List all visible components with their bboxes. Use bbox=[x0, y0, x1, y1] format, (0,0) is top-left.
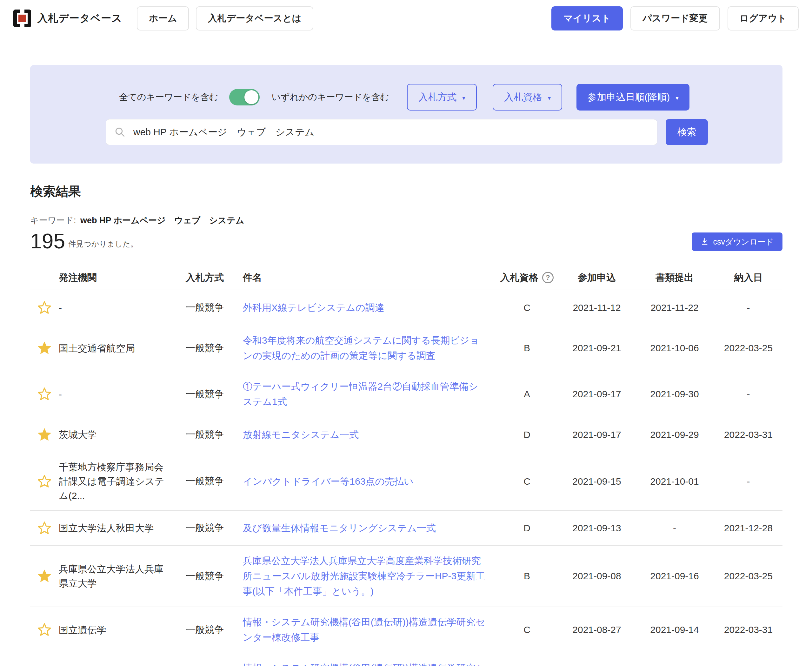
bid-title-cell: 情報・システム研究機構(谷田(遺伝研))構造遺伝学研究センター棟改修電気設備工事 bbox=[243, 661, 497, 666]
favorite-star-icon[interactable] bbox=[37, 387, 52, 401]
search-icon bbox=[114, 126, 126, 138]
favorite-cell bbox=[30, 474, 59, 489]
password-change-button[interactable]: パスワード変更 bbox=[630, 7, 720, 30]
delivery-date: 2022-03-31 bbox=[713, 429, 784, 440]
docs-date: 2021-09-29 bbox=[636, 429, 713, 440]
table-row: 国立遺伝学 一般競争 情報・システム研究機構(谷田(遺伝研))構造遺伝学研究セン… bbox=[30, 607, 782, 653]
ordering-org: - bbox=[59, 300, 186, 315]
ordering-org: 国立大学法人秋田大学 bbox=[59, 521, 186, 535]
bid-grade: C bbox=[497, 625, 557, 635]
logout-button[interactable]: ログアウト bbox=[728, 7, 799, 30]
chevron-down-icon: ▾ bbox=[548, 95, 551, 101]
docs-date: 2021-10-06 bbox=[636, 343, 713, 353]
brand: 入札データベース bbox=[13, 10, 122, 27]
bid-qualification-dropdown-label: 入札資格 bbox=[504, 91, 542, 104]
table-body: - 一般競争 外科用X線テレビシステムの調達 C 2021-11-12 2021… bbox=[30, 290, 782, 666]
delivery-date: - bbox=[713, 389, 784, 399]
results-title: 検索結果 bbox=[30, 183, 782, 200]
bid-title-link[interactable]: 令和3年度将来の航空交通システムに関する長期ビジョンの実現のための計画の策定等に… bbox=[243, 335, 479, 361]
header-actions: マイリスト パスワード変更 ログアウト bbox=[551, 7, 799, 30]
delivery-date: 2022-03-25 bbox=[713, 343, 784, 353]
search-input[interactable] bbox=[133, 126, 649, 138]
bid-title-cell: 令和3年度将来の航空交通システムに関する長期ビジョンの実現のための計画の策定等に… bbox=[243, 333, 497, 363]
docs-date: 2021-11-22 bbox=[636, 302, 713, 313]
col-header-delivery: 納入日 bbox=[713, 271, 784, 284]
docs-date: 2021-10-01 bbox=[636, 476, 713, 487]
nav-about-button[interactable]: 入札データベースとは bbox=[196, 7, 313, 30]
apply-date: 2021-09-21 bbox=[557, 343, 636, 353]
results-section: 検索結果 キーワード: web HP ホームページ ウェブ システム 195 件… bbox=[30, 183, 782, 666]
nav-home-button[interactable]: ホーム bbox=[137, 7, 189, 30]
docs-date: 2021-09-16 bbox=[636, 571, 713, 582]
bid-title-link[interactable]: 兵庫県公立大学法人兵庫県立大学高度産業科学技術研究所ニュースバル放射光施設実験棟… bbox=[243, 556, 485, 597]
bid-method: 一般競争 bbox=[186, 388, 243, 401]
keyword-mode-toggle[interactable] bbox=[229, 89, 260, 106]
csv-download-button[interactable]: csvダウンロード bbox=[692, 232, 782, 251]
table-row: 国立大学法人秋田大学 一般競争 及び数量生体情報モニタリングシステム一式 D 2… bbox=[30, 511, 782, 546]
col-header-method: 入札方式 bbox=[186, 271, 243, 284]
bid-grade: A bbox=[497, 389, 557, 399]
delivery-date: - bbox=[713, 302, 784, 313]
bid-title-cell: 放射線モニタシステム一式 bbox=[243, 427, 497, 442]
table-row: 千葉地方検察庁事務局会計課又は電子調達システム(2... 一般競争 インパクトド… bbox=[30, 452, 782, 511]
bid-title-link[interactable]: 情報・システム研究機構(谷田(遺伝研))構造遺伝学研究センター棟改修電気設備工事 bbox=[243, 663, 485, 666]
favorite-star-icon[interactable] bbox=[37, 569, 52, 584]
apply-date: 2021-09-15 bbox=[557, 476, 636, 487]
chevron-down-icon: ▾ bbox=[462, 95, 465, 101]
toggle-left-label: 全てのキーワードを含む bbox=[119, 91, 219, 103]
keyword-line: キーワード: web HP ホームページ ウェブ システム bbox=[30, 215, 782, 226]
favorite-star-icon[interactable] bbox=[37, 341, 52, 355]
bid-title-cell: 兵庫県公立大学法人兵庫県立大学高度産業科学技術研究所ニュースバル放射光施設実験棟… bbox=[243, 553, 497, 599]
help-icon[interactable]: ? bbox=[542, 272, 554, 283]
apply-date: 2021-09-17 bbox=[557, 389, 636, 399]
favorite-cell bbox=[30, 427, 59, 442]
favorite-star-icon[interactable] bbox=[37, 427, 52, 442]
bid-method: 一般競争 bbox=[186, 342, 243, 355]
ordering-org: 国土交通省航空局 bbox=[59, 341, 186, 355]
keyword-mode-row: 全てのキーワードを含む いずれかのキーワードを含む 入札方式 ▾ 入札資格 ▾ … bbox=[30, 84, 782, 111]
table-row: 国土交通省航空局 一般競争 令和3年度将来の航空交通システムに関する長期ビジョン… bbox=[30, 325, 782, 371]
bid-title-link[interactable]: 外科用X線テレビシステムの調達 bbox=[243, 302, 385, 313]
bid-grade: D bbox=[497, 429, 557, 440]
bid-method: 一般競争 bbox=[186, 521, 243, 534]
apply-date: 2021-08-27 bbox=[557, 625, 636, 635]
docs-date: 2021-09-30 bbox=[636, 389, 713, 399]
bid-title-link[interactable]: ①テーハー式ウィクリー恒温器2台②自動採血管準備システム1式 bbox=[243, 381, 478, 407]
bid-title-cell: 情報・システム研究機構(谷田(遺伝研))構造遺伝学研究センター棟改修工事 bbox=[243, 615, 497, 645]
bid-title-link[interactable]: 情報・システム研究機構(谷田(遺伝研))構造遺伝学研究センター棟改修工事 bbox=[243, 617, 485, 643]
bid-title-link[interactable]: インパクトドライバー等163点の売払い bbox=[243, 476, 414, 486]
sort-dropdown[interactable]: 参加申込日順(降順) ▾ bbox=[577, 84, 689, 110]
download-icon bbox=[700, 237, 709, 246]
favorite-star-icon[interactable] bbox=[37, 300, 52, 315]
mylist-button[interactable]: マイリスト bbox=[551, 7, 623, 30]
bid-grade: B bbox=[497, 343, 557, 353]
favorite-cell bbox=[30, 300, 59, 315]
main-nav: ホーム 入札データベースとは bbox=[137, 7, 313, 30]
bid-method-dropdown[interactable]: 入札方式 ▾ bbox=[407, 84, 477, 110]
favorite-cell bbox=[30, 521, 59, 536]
ordering-org: 千葉地方検察庁事務局会計課又は電子調達システム(2... bbox=[59, 460, 186, 503]
search-button[interactable]: 検索 bbox=[666, 119, 708, 145]
bid-title-cell: 外科用X線テレビシステムの調達 bbox=[243, 300, 497, 315]
bid-method-dropdown-label: 入札方式 bbox=[418, 91, 457, 104]
col-header-org: 発注機関 bbox=[59, 271, 186, 284]
sort-dropdown-label: 参加申込日順(降順) bbox=[587, 91, 670, 104]
app-logo-icon bbox=[13, 10, 31, 27]
table-header-row: 発注機関 入札方式 件名 入札資格 ? 参加申込 書類提出 納入日 bbox=[30, 265, 782, 290]
favorite-star-icon[interactable] bbox=[37, 474, 52, 489]
bid-qualification-dropdown[interactable]: 入札資格 ▾ bbox=[493, 84, 562, 110]
favorite-cell bbox=[30, 623, 59, 637]
favorite-star-icon[interactable] bbox=[37, 521, 52, 536]
table-row: - 一般競争 外科用X線テレビシステムの調達 C 2021-11-12 2021… bbox=[30, 290, 782, 325]
table-row: 国立遺伝学 一般競争 情報・システム研究機構(谷田(遺伝研))構造遺伝学研究セン… bbox=[30, 653, 782, 666]
favorite-star-icon[interactable] bbox=[37, 623, 52, 637]
table-row: - 一般競争 ①テーハー式ウィクリー恒温器2台②自動採血管準備システム1式 A … bbox=[30, 371, 782, 417]
bid-method: 一般競争 bbox=[186, 301, 243, 314]
search-box bbox=[106, 119, 657, 145]
bid-title-link[interactable]: 及び数量生体情報モニタリングシステム一式 bbox=[243, 523, 436, 533]
bid-title-link[interactable]: 放射線モニタシステム一式 bbox=[243, 429, 359, 440]
col-header-title: 件名 bbox=[243, 271, 497, 284]
bid-method: 一般競争 bbox=[186, 623, 243, 636]
table-row: 兵庫県公立大学法人兵庫県立大学 一般競争 兵庫県公立大学法人兵庫県立大学高度産業… bbox=[30, 546, 782, 607]
apply-date: 2021-09-08 bbox=[557, 571, 636, 582]
